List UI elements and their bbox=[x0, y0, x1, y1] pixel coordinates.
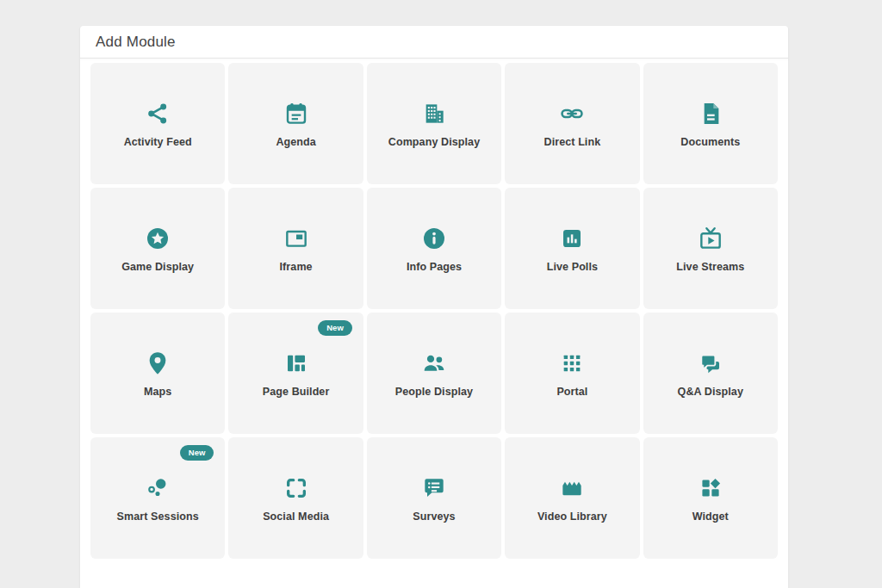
module-label: Activity Feed bbox=[124, 136, 192, 148]
module-tile-widget[interactable]: Widget bbox=[643, 437, 778, 559]
bubbles-cluster-icon bbox=[144, 473, 171, 503]
module-label: Maps bbox=[144, 386, 171, 398]
layout-icon bbox=[283, 349, 310, 378]
add-module-panel: Add Module Activity Feed Agenda Company … bbox=[80, 26, 788, 588]
grid-dots-icon bbox=[558, 349, 586, 378]
module-tile-iframe[interactable]: Iframe bbox=[228, 188, 363, 309]
module-tile-company-display[interactable]: Company Display bbox=[367, 63, 501, 184]
iframe-icon bbox=[283, 224, 310, 253]
module-tile-direct-link[interactable]: Direct Link bbox=[505, 63, 639, 184]
chat-bubbles-icon bbox=[697, 349, 724, 378]
module-label: Info Pages bbox=[407, 261, 462, 273]
module-label: Iframe bbox=[280, 261, 313, 273]
module-label: Agenda bbox=[276, 136, 315, 148]
module-label: Portal bbox=[556, 386, 587, 398]
module-tile-agenda[interactable]: Agenda bbox=[228, 63, 363, 184]
module-tile-game-display[interactable]: Game Display bbox=[90, 188, 225, 309]
frame-corners-icon bbox=[283, 473, 310, 503]
map-pin-icon bbox=[144, 349, 171, 378]
module-label: Company Display bbox=[388, 136, 480, 148]
module-tile-social-media[interactable]: Social Media bbox=[228, 437, 363, 559]
people-icon bbox=[420, 349, 448, 378]
module-tile-smart-sessions[interactable]: New Smart Sessions bbox=[90, 437, 225, 559]
module-tile-live-streams[interactable]: Live Streams bbox=[643, 188, 778, 309]
module-tile-surveys[interactable]: Surveys bbox=[367, 437, 501, 559]
module-label: Page Builder bbox=[263, 386, 330, 398]
bar-chart-icon bbox=[558, 224, 586, 253]
module-grid: Activity Feed Agenda Company Display Dir… bbox=[80, 59, 788, 559]
module-label: People Display bbox=[395, 386, 473, 398]
survey-bubble-icon bbox=[420, 473, 448, 503]
new-badge: New bbox=[318, 320, 352, 336]
module-tile-page-builder[interactable]: New Page Builder bbox=[228, 313, 363, 434]
module-tile-people-display[interactable]: People Display bbox=[367, 313, 501, 434]
module-label: Live Polls bbox=[547, 261, 598, 273]
module-label: Smart Sessions bbox=[117, 511, 199, 523]
module-label: Game Display bbox=[121, 261, 194, 273]
module-label: Surveys bbox=[413, 511, 455, 523]
module-label: Live Streams bbox=[676, 261, 744, 273]
module-label: Social Media bbox=[263, 511, 329, 523]
module-label: Q&A Display bbox=[678, 386, 743, 398]
module-tile-maps[interactable]: Maps bbox=[90, 313, 225, 434]
module-label: Video Library bbox=[537, 511, 607, 523]
document-icon bbox=[697, 99, 724, 128]
buildings-icon bbox=[420, 99, 448, 128]
page-title: Add Module bbox=[96, 34, 176, 51]
module-label: Widget bbox=[693, 511, 729, 523]
link-icon bbox=[558, 99, 586, 128]
module-tile-q-a-display[interactable]: Q&A Display bbox=[643, 313, 778, 434]
star-circle-icon bbox=[144, 224, 171, 253]
module-tile-info-pages[interactable]: Info Pages bbox=[367, 188, 501, 309]
tv-play-icon bbox=[697, 224, 724, 253]
module-tile-documents[interactable]: Documents bbox=[643, 63, 778, 184]
module-tile-live-polls[interactable]: Live Polls bbox=[505, 188, 639, 309]
calendar-icon bbox=[283, 99, 310, 128]
widget-icon bbox=[697, 473, 724, 503]
new-badge: New bbox=[180, 445, 214, 461]
module-tile-video-library[interactable]: Video Library bbox=[505, 437, 639, 559]
module-label: Direct Link bbox=[544, 136, 601, 148]
share-nodes-icon bbox=[144, 99, 171, 128]
module-tile-portal[interactable]: Portal bbox=[505, 313, 639, 434]
info-circle-icon bbox=[420, 224, 448, 253]
clapperboard-icon bbox=[558, 473, 586, 503]
panel-header: Add Module bbox=[80, 26, 788, 59]
module-label: Documents bbox=[680, 136, 740, 148]
module-tile-activity-feed[interactable]: Activity Feed bbox=[90, 63, 225, 184]
